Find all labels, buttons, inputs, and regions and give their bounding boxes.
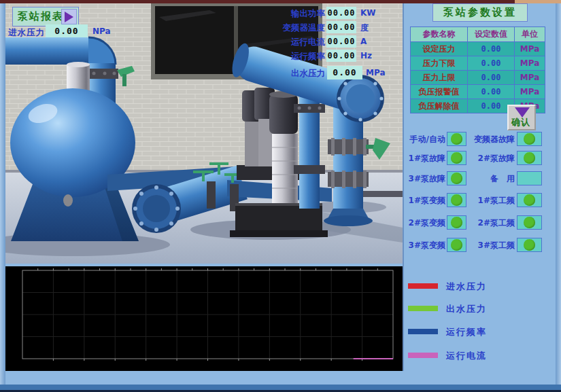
status-lamp-box	[517, 238, 542, 252]
status-label: 3#泵变频	[403, 240, 445, 251]
lamp-icon	[524, 217, 535, 228]
legend-label: 运行频率	[446, 326, 487, 338]
status-lamp-box	[517, 171, 542, 185]
legend-label: 进水压力	[446, 281, 487, 293]
table-header-row: 参数名称 设定数值 单位	[411, 27, 545, 42]
status-label: 2#泵工频	[468, 217, 515, 229]
param-value-field[interactable]: 0.00	[468, 42, 515, 56]
lamp-icon	[524, 152, 535, 164]
inlet-pressure-label: 进水压力	[8, 27, 45, 39]
status-lamp-box	[447, 215, 466, 230]
status-row: 1#泵故障 2#泵故障	[403, 151, 556, 166]
confirm-button[interactable]: 确认	[507, 105, 536, 130]
lamp-icon	[524, 133, 535, 145]
inlet-pressure-value: 0.00	[46, 24, 88, 37]
trend-chart	[5, 266, 403, 371]
legend-item: 进水压力	[408, 281, 556, 293]
panel-divider	[403, 3, 404, 371]
status-label: 2#泵故障	[468, 153, 515, 164]
readout-label: 运行频率	[231, 51, 325, 63]
col-header-name: 参数名称	[411, 27, 468, 42]
param-value-field[interactable]: 0.00	[468, 85, 515, 99]
lamp-icon	[524, 194, 535, 206]
legend-swatch	[408, 329, 438, 334]
legend-swatch	[408, 353, 438, 358]
status-row: 3#泵故障 备 用	[403, 171, 556, 186]
parameter-table: 参数名称 设定数值 单位 设定压力 0.00 MPa 压力下限 0.00 MPa…	[410, 26, 545, 113]
bottom-frame-strip	[0, 385, 561, 390]
status-lamp-box	[517, 215, 542, 230]
lamp-icon	[451, 194, 462, 206]
param-unit: MPa	[515, 56, 545, 71]
hmi-pump-station-screen: 泵站报表 进水压力 0.00 NPa 输出功率 00.00 KW 变频器温度 0…	[0, 0, 561, 392]
status-lamp-box	[447, 171, 466, 185]
status-lamp-box	[517, 151, 542, 165]
legend-swatch	[408, 306, 438, 311]
confirm-button-label: 确认	[511, 116, 530, 128]
status-label: 3#泵工频	[468, 240, 515, 251]
inlet-pressure-unit: NPa	[92, 26, 111, 36]
readout-unit: 度	[360, 22, 369, 34]
legend-label: 出水压力	[446, 303, 487, 315]
param-name: 负压报警值	[411, 85, 468, 99]
report-button[interactable]: 泵站报表	[12, 7, 79, 26]
lamp-icon	[451, 217, 462, 228]
readout-value: 00.00	[326, 50, 356, 62]
outlet-pressure-unit: MPa	[366, 68, 386, 77]
param-name: 设定压力	[411, 42, 468, 56]
status-row: 1#泵变频 1#泵工频	[403, 193, 556, 208]
status-lamp-box	[517, 193, 542, 207]
status-label: 2#泵变频	[403, 217, 445, 229]
param-value-field[interactable]: 0.00	[468, 56, 515, 71]
legend-item: 运行电流	[408, 350, 556, 362]
lamp-icon	[451, 239, 462, 251]
status-row: 2#泵变频 2#泵工频	[403, 215, 556, 230]
table-row: 压力下限 0.00 MPa	[411, 56, 545, 71]
status-label: 1#泵故障	[403, 153, 445, 164]
outlet-pressure-label: 出水压力	[231, 68, 325, 79]
readout-label: 输出功率	[231, 8, 325, 20]
settings-panel-title: 泵站参数设置	[432, 3, 528, 22]
status-label: 1#泵变频	[403, 195, 445, 207]
status-lamp-box	[447, 238, 466, 252]
status-label: 手动/自动	[403, 134, 445, 145]
param-value-field[interactable]: 0.00	[468, 71, 515, 85]
status-lamp-box	[447, 132, 466, 146]
status-lamp-box	[447, 151, 466, 165]
readout-label: 变频器温度	[231, 22, 325, 34]
col-header-unit: 单位	[515, 27, 545, 42]
status-lamp-box	[447, 193, 466, 207]
readout-unit: KW	[360, 8, 376, 18]
table-row: 负压报警值 0.00 MPa	[411, 85, 545, 99]
status-label: 3#泵故障	[403, 173, 445, 185]
col-header-value: 设定数值	[468, 27, 515, 42]
status-row: 手动/自动 变频器故障	[403, 132, 556, 147]
report-button-label: 泵站报表	[18, 10, 64, 23]
lamp-icon	[451, 173, 462, 184]
status-label: 变频器故障	[468, 134, 515, 145]
param-name: 压力上限	[411, 71, 468, 85]
legend-item: 出水压力	[408, 303, 556, 315]
param-name: 压力下限	[411, 56, 468, 71]
status-label: 备 用	[468, 173, 515, 185]
outlet-pressure-value: 0.00	[327, 66, 362, 79]
readout-value: 00.00	[326, 21, 356, 33]
legend-label: 运行电流	[446, 350, 487, 362]
readout-value: 00.00	[326, 35, 356, 48]
param-unit: MPa	[515, 85, 545, 99]
lamp-icon	[524, 239, 535, 251]
lamp-icon	[451, 152, 462, 164]
param-unit: MPa	[515, 71, 545, 85]
play-icon	[61, 9, 77, 24]
legend-item: 运行频率	[408, 326, 556, 338]
right-frame	[556, 3, 561, 392]
status-row: 3#泵变频 3#泵工频	[403, 238, 556, 253]
readout-value: 00.00	[326, 7, 356, 19]
readout-unit: Hz	[360, 51, 372, 60]
legend-swatch	[408, 283, 438, 289]
table-row: 压力上限 0.00 MPa	[411, 71, 545, 85]
status-label: 1#泵工频	[468, 195, 515, 207]
left-frame	[0, 3, 5, 392]
status-lamp-box	[517, 132, 542, 146]
lamp-icon	[451, 133, 462, 145]
